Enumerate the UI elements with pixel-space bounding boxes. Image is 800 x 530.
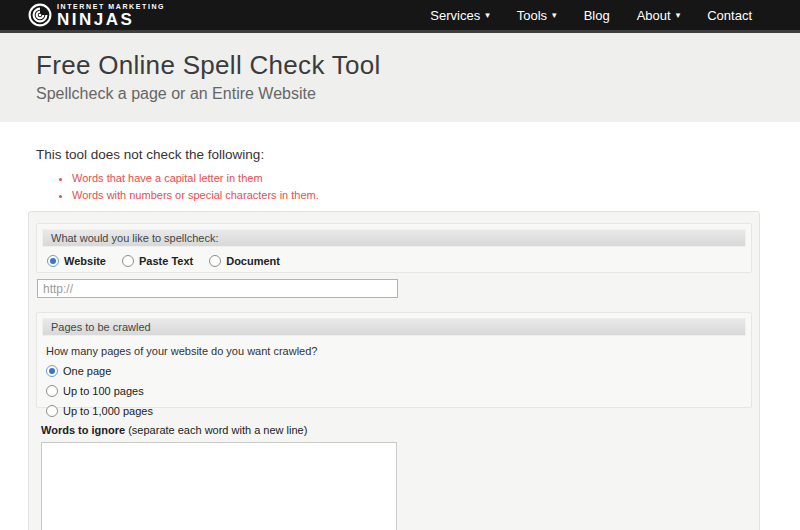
pages-fieldset: Pages to be crawled How many pages of yo… <box>36 312 752 408</box>
radio-label: Website <box>64 255 106 267</box>
radio-one-page[interactable]: One page <box>37 365 751 377</box>
radio-button-icon[interactable] <box>46 405 58 417</box>
nav-links: Services ▾ Tools ▾ Blog About ▾ Contact <box>430 8 752 23</box>
radio-button-icon[interactable] <box>47 255 59 267</box>
radio-label: Paste Text <box>139 255 193 267</box>
spellcheck-form: What would you like to spellcheck: Websi… <box>28 211 760 530</box>
pages-legend: Pages to be crawled <box>42 318 746 336</box>
radio-button-icon[interactable] <box>209 255 221 267</box>
nav-item-label: Services <box>430 8 480 23</box>
note-list: Words that have a capital letter in them… <box>72 170 800 204</box>
words-to-ignore-textarea[interactable] <box>41 442 397 530</box>
words-to-ignore-label-bold: Words to ignore <box>41 424 125 436</box>
spellcheck-type-fieldset: What would you like to spellcheck: Websi… <box>36 223 752 273</box>
chevron-down-icon: ▾ <box>676 11 681 20</box>
page-header: Free Online Spell Check Tool Spellcheck … <box>0 33 800 122</box>
radio-website[interactable]: Website <box>47 255 106 267</box>
chevron-down-icon: ▾ <box>485 11 490 20</box>
spellcheck-type-legend: What would you like to spellcheck: <box>42 229 746 247</box>
pages-question: How many pages of your website do you wa… <box>37 341 751 357</box>
nav-item-label: Contact <box>707 8 752 23</box>
logo-tagline: INTERNET MARKETING <box>57 3 165 10</box>
page-title: Free Online Spell Check Tool <box>36 50 800 80</box>
nav-item-contact[interactable]: Contact <box>707 8 752 23</box>
radio-paste-text[interactable]: Paste Text <box>122 255 193 267</box>
nav-item-blog[interactable]: Blog <box>584 8 610 23</box>
top-navbar: INTERNET MARKETING NINJAS Services ▾ Too… <box>0 0 800 33</box>
url-input[interactable] <box>37 279 398 298</box>
words-to-ignore-label: Words to ignore (separate each word with… <box>41 424 752 436</box>
nav-item-services[interactable]: Services ▾ <box>430 8 489 23</box>
ninjas-logo[interactable]: INTERNET MARKETING NINJAS <box>28 3 165 28</box>
nav-item-label: Tools <box>517 8 547 23</box>
note-item: Words with numbers or special characters… <box>72 187 800 204</box>
nav-item-label: Blog <box>584 8 610 23</box>
page-subtitle: Spellcheck a page or an Entire Website <box>36 85 800 103</box>
radio-button-icon[interactable] <box>122 255 134 267</box>
spellcheck-type-options: Website Paste Text Document <box>37 252 751 267</box>
note-item: Words that have a capital letter in them <box>72 170 800 187</box>
radio-document[interactable]: Document <box>209 255 280 267</box>
logo-text: INTERNET MARKETING NINJAS <box>57 3 165 28</box>
note-intro: This tool does not check the following: <box>36 147 800 162</box>
words-to-ignore-label-hint: (separate each word with a new line) <box>125 424 307 436</box>
radio-label: One page <box>63 365 111 377</box>
radio-label: Up to 1,000 pages <box>63 405 153 417</box>
radio-button-icon[interactable] <box>46 385 58 397</box>
logo-name: NINJAS <box>57 11 165 28</box>
ninjas-swirl-icon <box>28 3 52 27</box>
radio-button-icon[interactable] <box>46 365 58 377</box>
nav-item-tools[interactable]: Tools ▾ <box>517 8 557 23</box>
radio-up-to-100-pages[interactable]: Up to 100 pages <box>37 385 751 397</box>
radio-up-to-1000-pages[interactable]: Up to 1,000 pages <box>37 405 751 417</box>
chevron-down-icon: ▾ <box>552 11 557 20</box>
limitations-note: This tool does not check the following: … <box>0 122 800 204</box>
nav-item-about[interactable]: About ▾ <box>637 8 681 23</box>
nav-item-label: About <box>637 8 671 23</box>
radio-label: Document <box>226 255 280 267</box>
radio-label: Up to 100 pages <box>63 385 144 397</box>
